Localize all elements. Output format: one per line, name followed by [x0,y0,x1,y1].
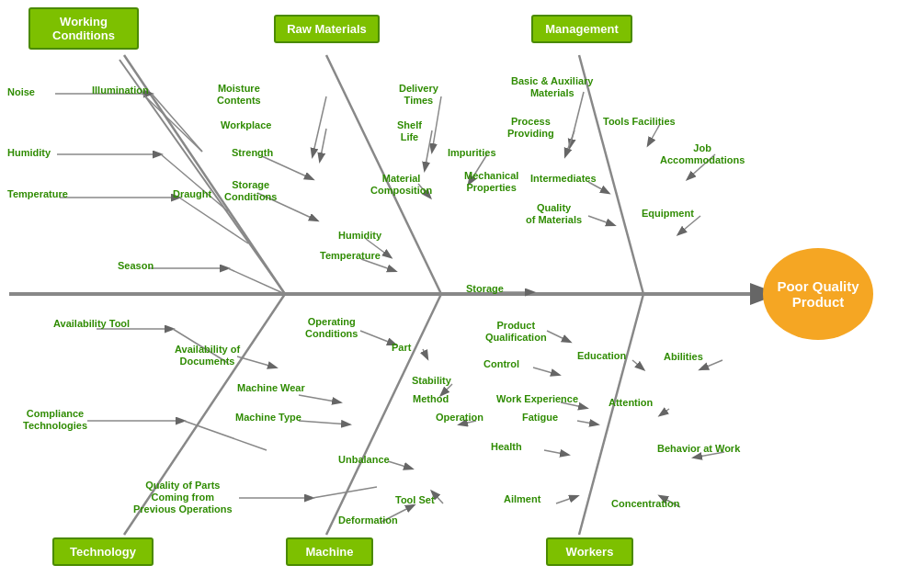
sub-illum [142,94,202,152]
label-work-exp: Work Experience [496,393,578,405]
sub-machine-type [299,421,349,424]
label-delivery: DeliveryTimes [399,83,438,107]
label-storage-cond: StorageConditions [224,179,277,203]
sub-education [632,360,643,369]
label-shelf: ShelfLife [397,119,422,143]
label-machine-wear: Machine Wear [237,382,305,394]
sub-process [565,130,574,156]
label-season: Season [118,260,154,272]
sub-temp2 [179,198,248,243]
sub-operating [360,331,395,345]
label-equipment: Equipment [642,208,694,220]
sub-avail-docs [237,356,276,368]
box-working-conditions: WorkingConditions [28,7,139,50]
label-tools: Tools Facilities [603,116,676,128]
label-compliance: ComplianceTechnologies [23,408,87,432]
sub-shelf [425,130,432,170]
label-humidity-mid: Humidity [338,230,381,242]
label-stability: Stability [412,375,451,387]
label-control: Control [483,358,519,370]
sub-workplace [320,129,326,161]
label-ailment: Ailment [504,493,540,505]
sub-prod-qual [547,331,570,342]
sub-abilities [700,360,722,369]
label-toolset: Tool Set [395,494,435,506]
label-avail-tool: Availability Tool [53,318,130,330]
sub-qual-mat [588,216,614,225]
label-health: Health [491,441,522,453]
label-deform: Deformation [338,514,398,526]
box-machine: Machine [286,537,373,566]
label-matcomp: MaterialComposition [370,173,432,197]
label-attention: Attention [609,397,653,409]
label-operation: Operation [436,412,483,424]
sub-unbalance [388,461,412,469]
box-technology: Technology [52,537,154,566]
sub-machine-wear [299,395,340,402]
label-temperature-mid: Temperature [320,250,381,262]
label-qual-mat: Qualityof Materials [526,202,582,226]
sub-control [533,368,559,375]
label-draught: Draught [173,188,211,200]
sub-moisture [313,96,326,156]
label-avail-docs: Availability ofDocuments [175,344,240,368]
sub-health [544,450,568,455]
sub-attention [660,409,669,415]
label-mech-props: MechanicalProperties [464,170,518,194]
label-storage: Storage [466,283,504,295]
box-raw-materials: Raw Materials [274,15,380,43]
label-process: ProcessProviding [507,116,554,140]
label-job: JobAccommodations [660,142,745,166]
outcome-circle: Poor QualityProduct [763,248,873,340]
label-unbalance: Unbalance [338,454,390,466]
box-workers: Workers [546,537,633,566]
box-management: Management [531,15,632,43]
label-part: Part [392,342,411,354]
sub-noise2 [152,94,202,152]
label-fatigue: Fatigue [522,412,558,424]
label-behavior: Behavior at Work [657,443,740,455]
label-humidity: Humidity [7,147,51,159]
sub-fatigue [577,421,597,424]
sub-strength [262,156,313,179]
sub-part [423,349,427,358]
label-basic: Basic & AuxiliaryMaterials [511,75,593,99]
label-machine-type: Machine Type [235,412,301,424]
label-education: Education [577,350,626,362]
label-intermediates: Intermediates [530,173,597,185]
label-method: Method [413,393,449,405]
label-qual-parts: Quality of PartsComing fromPrevious Oper… [133,480,233,516]
label-moisture: MoistureContents [217,83,261,107]
label-operating: OperatingConditions [305,316,358,340]
label-concentration: Concentration [611,498,680,510]
label-illumination: Illumination [92,85,149,96]
label-temperature-left: Temperature [7,188,68,200]
fishbone-diagram: WorkingConditions Raw Materials Manageme… [0,0,910,588]
label-impurities: Impurities [448,147,496,159]
label-workplace: Workplace [221,119,271,131]
label-prod-qual: ProductQualification [485,320,547,344]
label-abilities: Abilities [664,351,703,363]
sub-ailment [556,496,577,503]
sub-compliance2 [184,421,267,450]
sub-humidity2 [161,154,228,211]
label-strength: Strength [232,147,273,159]
label-noise: Noise [7,86,35,98]
